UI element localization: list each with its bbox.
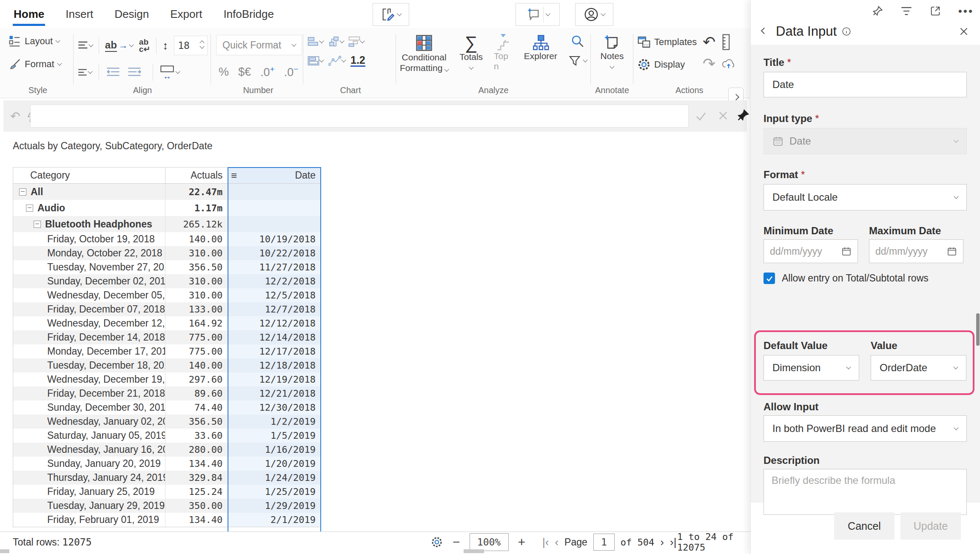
calendar-icon[interactable] <box>947 246 957 256</box>
quick-format-select[interactable]: Quick Format <box>216 35 302 55</box>
column-header-date[interactable]: ≡ Date <box>228 168 321 183</box>
tab-design[interactable]: Design <box>114 3 150 25</box>
description-textarea[interactable] <box>763 469 967 515</box>
category-cell[interactable]: Tuesday, December 18, 2018 <box>13 358 165 372</box>
row-height-input[interactable]: 18 <box>174 36 208 55</box>
column-header-category[interactable]: Category <box>13 168 165 183</box>
page-number-input[interactable] <box>593 534 615 551</box>
date-cell[interactable]: 12/7/2018 <box>228 302 321 316</box>
column-width-button[interactable]: ↔ <box>160 65 179 80</box>
category-cell[interactable]: Wednesday, January 16, 2019 <box>13 443 165 457</box>
column-menu-icon[interactable]: ≡ <box>231 170 237 182</box>
actuals-cell[interactable]: 356.50 <box>165 415 228 429</box>
pin-formula-icon[interactable] <box>737 109 749 122</box>
actuals-cell[interactable]: 310.00 <box>165 246 228 260</box>
actuals-cell[interactable]: 265.12k <box>165 216 228 232</box>
actuals-cell[interactable]: 164.92 <box>165 316 228 330</box>
actuals-cell[interactable]: 140.00 <box>165 232 228 246</box>
category-cell[interactable]: Monday, October 22, 2018 <box>13 246 165 260</box>
layout-chart-button[interactable] <box>348 36 364 48</box>
actuals-cell[interactable]: 89.60 <box>165 386 228 401</box>
date-cell[interactable] <box>228 184 321 200</box>
collapse-icon[interactable] <box>19 188 26 196</box>
category-cell[interactable]: Monday, December 17, 2018 <box>13 344 165 358</box>
add-comment-button[interactable] <box>516 3 560 26</box>
filter-lines-icon[interactable] <box>900 6 912 16</box>
category-cell[interactable]: Bluetooth Headphones <box>13 216 165 232</box>
date-cell[interactable] <box>228 200 321 216</box>
undo-formula-icon[interactable]: ↶ <box>10 109 20 123</box>
actuals-cell[interactable]: 33.60 <box>165 429 228 443</box>
expand-visual-icon[interactable] <box>929 5 941 17</box>
close-panel-icon[interactable] <box>958 26 969 37</box>
date-cell[interactable]: 12/14/2018 <box>228 330 321 344</box>
zoom-level[interactable]: 100% <box>470 533 509 551</box>
notes-button[interactable]: Notes <box>594 34 630 68</box>
undo-icon[interactable]: ↶ <box>703 34 715 50</box>
category-cell[interactable]: Thursday, January 24, 2019 <box>13 471 165 485</box>
actuals-cell[interactable]: 356.50 <box>165 260 228 274</box>
increase-decimal-button[interactable]: .0+ <box>260 65 275 79</box>
category-cell[interactable]: Sunday, January 20, 2019 <box>13 457 165 471</box>
category-cell[interactable]: Sunday, December 02, 2018 <box>13 274 165 288</box>
actuals-cell[interactable]: 133.00 <box>165 302 228 316</box>
conditional-formatting-button[interactable]: ConditionalFormatting <box>400 34 448 73</box>
filter-button[interactable] <box>568 54 587 67</box>
date-cell[interactable]: 1/24/2019 <box>228 471 321 485</box>
max-date-input[interactable]: dd/mm/yyyy <box>869 239 963 263</box>
panel-scrollbar-thumb[interactable] <box>976 313 980 346</box>
actuals-cell[interactable]: 775.00 <box>165 330 228 344</box>
category-cell[interactable]: Wednesday, December 19, … <box>13 372 165 386</box>
date-cell[interactable]: 1/5/2019 <box>228 429 321 443</box>
first-page-button[interactable]: |‹ <box>542 536 549 549</box>
actuals-cell[interactable]: 1.17m <box>165 200 228 216</box>
tab-home[interactable]: Home <box>13 3 45 25</box>
vertical-align-button[interactable] <box>77 40 93 51</box>
actuals-cell[interactable]: 140.00 <box>165 358 228 372</box>
decrease-indent-button[interactable] <box>106 67 120 78</box>
format-button[interactable]: Format <box>9 58 70 71</box>
back-icon[interactable] <box>761 27 768 34</box>
actuals-cell[interactable]: 74.40 <box>165 401 228 415</box>
commit-formula-icon[interactable] <box>695 110 707 122</box>
actuals-cell[interactable]: 329.84 <box>165 471 228 485</box>
cancel-formula-icon[interactable] <box>717 110 729 122</box>
category-cell[interactable]: Audio <box>13 200 165 216</box>
actuals-cell[interactable]: 297.60 <box>165 372 228 386</box>
info-icon[interactable] <box>842 27 851 36</box>
category-cell[interactable]: Friday, January 25, 2019 <box>13 485 165 499</box>
top-n-button[interactable]: Top n <box>494 34 513 71</box>
layout-button[interactable]: Layout <box>9 35 70 48</box>
cancel-button[interactable]: Cancel <box>834 512 895 540</box>
decimal-places-button[interactable]: 1.2 <box>350 54 365 67</box>
date-cell[interactable]: 10/22/2018 <box>228 246 321 260</box>
ruler-icon[interactable] <box>722 34 730 50</box>
increase-indent-button[interactable] <box>127 67 142 78</box>
collapse-icon[interactable] <box>26 205 33 212</box>
tab-export[interactable]: Export <box>169 3 203 25</box>
date-cell[interactable]: 12/30/2018 <box>228 401 321 415</box>
cloud-sync-icon[interactable] <box>721 57 736 70</box>
tab-insert[interactable]: Insert <box>65 3 94 25</box>
next-page-button[interactable]: › <box>660 536 664 549</box>
category-cell[interactable]: Friday, December 07, 2018 <box>13 302 165 316</box>
wrap-text-button[interactable]: abc↵ <box>139 38 151 53</box>
line-chart-button[interactable] <box>328 55 345 67</box>
category-cell[interactable]: Friday, December 21, 2018 <box>13 386 165 401</box>
date-cell[interactable]: 2/1/2019 <box>228 513 321 527</box>
ellipsis-icon[interactable]: ••• <box>958 9 974 13</box>
date-cell[interactable]: 12/12/2018 <box>228 316 321 330</box>
value-select[interactable]: OrderDate <box>871 355 966 381</box>
title-field-input[interactable] <box>763 72 967 97</box>
actuals-cell[interactable]: 310.00 <box>165 274 228 288</box>
date-cell[interactable]: 12/21/2018 <box>228 386 321 401</box>
category-cell[interactable]: Friday, February 01, 2019 <box>13 513 165 527</box>
prev-page-button[interactable]: ‹ <box>555 536 558 549</box>
date-cell[interactable]: 12/5/2018 <box>228 288 321 302</box>
decrease-decimal-button[interactable]: .0− <box>284 65 299 79</box>
calendar-icon[interactable] <box>841 246 852 256</box>
text-overflow-button[interactable]: ab → <box>105 39 133 52</box>
actuals-cell[interactable]: 350.00 <box>165 499 228 513</box>
category-cell[interactable]: All <box>13 184 165 200</box>
date-cell[interactable] <box>228 216 321 232</box>
